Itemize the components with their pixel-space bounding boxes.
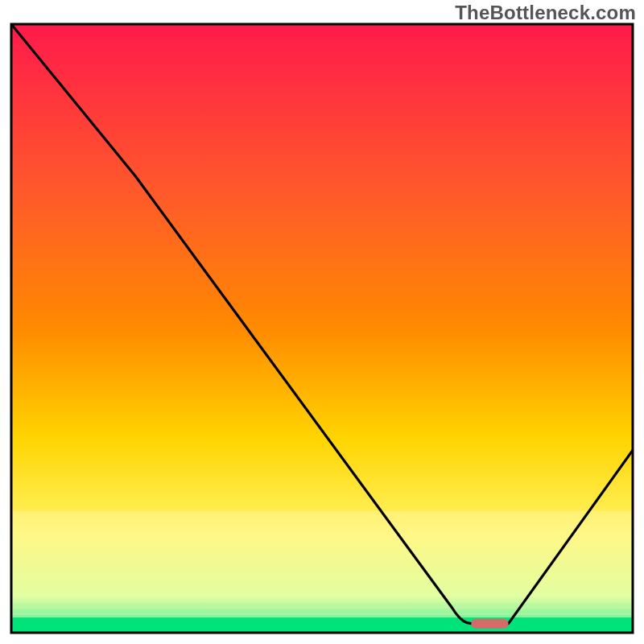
watermark-text: TheBottleneck.com [455, 2, 636, 24]
light-stripe [11, 606, 633, 609]
green-band [11, 617, 633, 633]
light-stripe [11, 600, 633, 602]
light-stripe [11, 587, 633, 589]
light-stripe [11, 613, 633, 615]
optimum-marker [471, 619, 508, 629]
bottleneck-chart [0, 0, 644, 644]
chart-stage: TheBottleneck.com [0, 0, 644, 644]
light-stripe [11, 593, 633, 596]
